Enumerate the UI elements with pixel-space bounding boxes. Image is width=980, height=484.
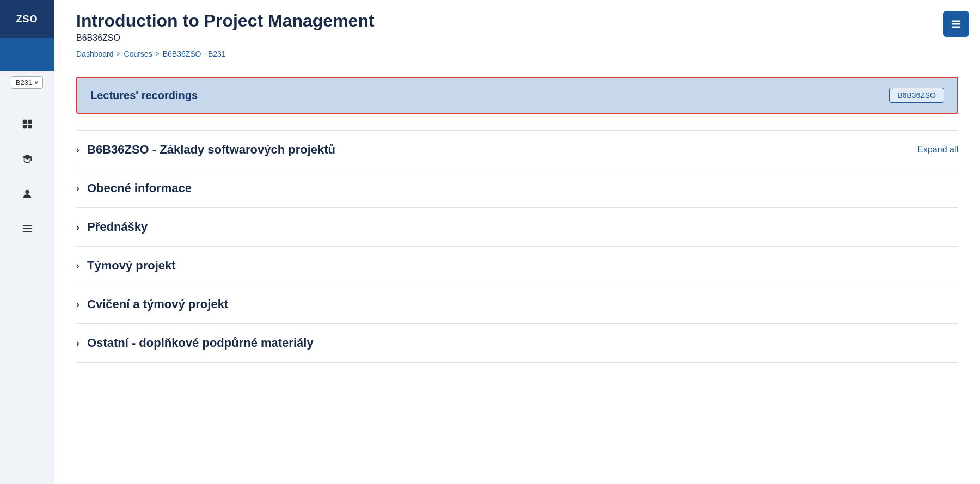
section-chevron-4: › [76,299,79,310]
version-badge[interactable]: B231 ∨ [11,76,43,89]
top-right-menu-button[interactable] [943,11,969,37]
breadcrumb-dashboard[interactable]: Dashboard [76,50,114,58]
list-icon [21,223,33,235]
svg-point-9 [25,190,29,194]
svg-point-8 [30,160,32,161]
section-item-2[interactable]: › Přednášky [76,208,958,247]
section-chevron-1: › [76,183,79,194]
recordings-badge-button[interactable]: B6B36ZSO [889,88,944,103]
sidebar-item-menu[interactable] [15,217,39,241]
sidebar-divider [11,99,43,99]
sidebar-item-grid[interactable] [15,112,39,136]
section-item-3[interactable]: › Týmový projekt [76,247,958,285]
svg-rect-10 [22,225,32,226]
svg-rect-15 [952,27,961,28]
breadcrumb: Dashboard > Courses > B6B36ZSO - B231 [76,50,958,58]
sidebar-menu-button[interactable] [0,38,54,71]
breadcrumb-current[interactable]: B6B36ZSO - B231 [163,50,226,58]
section-label-1: Obecné informace [87,181,958,195]
section-chevron-3: › [76,260,79,272]
page-header: Introduction to Project Management B6B36… [76,0,958,77]
svg-rect-4 [27,120,31,124]
section-label-3: Týmový projekt [87,259,958,273]
section-item-5[interactable]: › Ostatní - doplňkové podpůrné materiály [76,324,958,363]
grid-icon [21,118,33,130]
svg-rect-12 [22,231,32,232]
section-chevron-0: › [76,144,79,156]
version-selector[interactable]: B231 ∨ [0,71,54,94]
section-label-4: Cvičení a týmový projekt [87,297,958,311]
svg-rect-14 [952,23,961,24]
breadcrumb-courses[interactable]: Courses [124,50,152,58]
svg-rect-5 [22,125,26,128]
top-right-hamburger-icon [950,18,962,30]
user-icon [21,188,33,200]
svg-rect-13 [952,21,961,22]
sidebar-item-courses[interactable] [15,147,39,171]
section-label-2: Přednášky [87,220,958,234]
sidebar-logo: ZSO [0,0,54,38]
page-title: Introduction to Project Management [76,11,958,31]
expand-all-button[interactable]: Expand all [917,145,958,155]
graduation-cap-icon [21,153,33,165]
recordings-banner: Lectures' recordings B6B36ZSO [76,77,958,114]
svg-rect-6 [27,125,31,128]
section-list: › B6B36ZSO - Základy softwarových projek… [76,130,958,363]
section-chevron-2: › [76,222,79,233]
section-label-0: B6B36ZSO - Základy softwarových projektů [87,143,917,157]
svg-rect-3 [22,120,26,124]
svg-rect-11 [22,228,32,229]
section-item-0[interactable]: › B6B36ZSO - Základy softwarových projek… [76,130,958,169]
sidebar: ZSO B231 ∨ [0,0,54,484]
chevron-down-icon: ∨ [34,79,38,85]
section-chevron-5: › [76,338,79,349]
course-code: B6B36ZSO [76,33,958,43]
sidebar-item-profile[interactable] [15,182,39,206]
section-item-4[interactable]: › Cvičení a týmový projekt [76,285,958,324]
sidebar-navigation [15,103,39,241]
breadcrumb-separator-1: > [117,50,121,58]
section-label-5: Ostatní - doplňkové podpůrné materiály [87,336,958,350]
breadcrumb-separator-2: > [156,50,160,58]
section-item-1[interactable]: › Obecné informace [76,169,958,208]
main-content: Introduction to Project Management B6B36… [54,0,980,484]
recordings-title: Lectures' recordings [90,89,198,102]
